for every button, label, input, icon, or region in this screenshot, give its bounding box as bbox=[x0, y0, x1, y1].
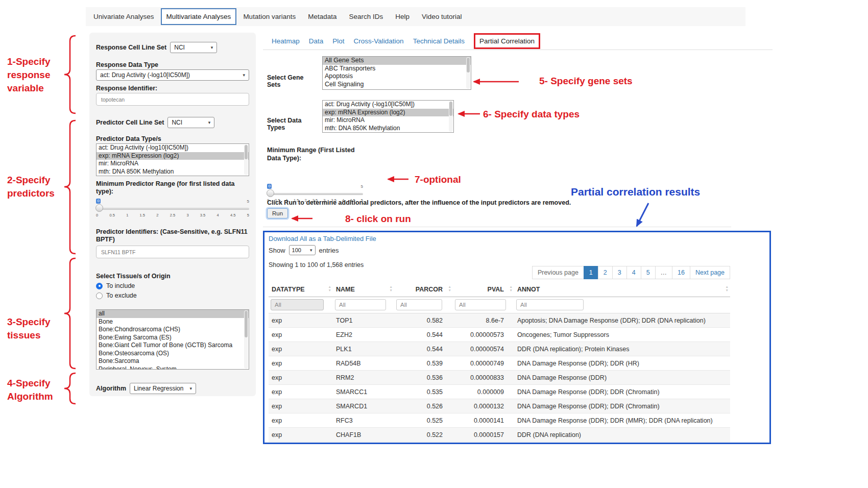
cell-name: RAD54B bbox=[333, 356, 394, 371]
cell-datatype: exp bbox=[269, 342, 333, 356]
algorithm-select[interactable]: Linear Regression ▾ bbox=[130, 383, 196, 394]
download-all-link[interactable]: Download All as a Tab-Delimited File bbox=[269, 235, 376, 242]
include-radio-row[interactable]: To include bbox=[96, 282, 249, 289]
section-divider bbox=[263, 227, 731, 227]
scrollbar-thumb[interactable] bbox=[449, 101, 453, 132]
cell-annot: DNA Damage Response (DDR); DDR (Chromati… bbox=[514, 385, 730, 399]
cell-datatype: exp bbox=[269, 328, 333, 342]
listbox-option-bone-chondrosarcoma-chs[interactable]: Bone:Chondrosarcoma (CHS) bbox=[97, 326, 249, 334]
listbox-option-all[interactable]: all bbox=[97, 310, 249, 318]
listbox-option-bone[interactable]: Bone bbox=[97, 318, 249, 326]
nav-item-metadata[interactable]: Metadata bbox=[302, 8, 342, 25]
page-size-row: Show 100 ▾ entries bbox=[269, 245, 339, 255]
radio-unselected-icon[interactable] bbox=[96, 292, 103, 299]
page-button-5[interactable]: 5 bbox=[641, 266, 656, 279]
response-identifier-input[interactable]: topotecan bbox=[96, 93, 249, 106]
predictor-range-slider[interactable]: 0 5 00.511.522.533.544.55 bbox=[96, 201, 249, 220]
response-identifier-label: Response Identifier: bbox=[96, 85, 249, 92]
listbox-option-mir-microrna[interactable]: mir: MicroRNA bbox=[323, 116, 453, 125]
filter-input-name[interactable]: All bbox=[335, 299, 386, 310]
response-data-type-select[interactable]: act: Drug Activity (-log10[IC50M]) ▾ bbox=[96, 69, 249, 81]
next-page-button[interactable]: Next page bbox=[690, 266, 730, 279]
filter-input-pval[interactable]: All bbox=[455, 299, 506, 310]
filter-input-parcor[interactable]: All bbox=[396, 299, 442, 310]
cell-name: SMARCD1 bbox=[333, 399, 394, 413]
tab-plot[interactable]: Plot bbox=[332, 37, 344, 45]
nav-item-mutation-variants[interactable]: Mutation variants bbox=[237, 8, 301, 25]
exclude-radio-label: To exclude bbox=[106, 292, 137, 299]
listbox-option-exp-mrna-expression-log2[interactable]: exp: mRNA Expression (log2) bbox=[97, 152, 249, 160]
scrollbar-thumb[interactable] bbox=[466, 57, 470, 89]
exclude-radio-row[interactable]: To exclude bbox=[96, 292, 249, 299]
scrollbar-thumb[interactable] bbox=[244, 144, 248, 175]
listbox-option-mir-microrna[interactable]: mir: MicroRNA bbox=[97, 160, 249, 168]
page-button-4[interactable]: 4 bbox=[626, 266, 641, 279]
gene-sets-listbox[interactable]: All Gene SetsABC TransportersApoptosisCe… bbox=[322, 56, 471, 90]
cell-pval: 8.6e-7 bbox=[453, 313, 514, 328]
show-label: Show bbox=[269, 247, 285, 254]
column-header-name[interactable]: NAME▲▼ bbox=[333, 282, 394, 297]
listbox-option-bone-sarcoma[interactable]: Bone:Sarcoma bbox=[97, 357, 249, 365]
cell-parcor: 0.522 bbox=[394, 428, 453, 442]
radio-selected-icon[interactable] bbox=[96, 283, 103, 289]
listbox-option-abc-transporters[interactable]: ABC Transporters bbox=[323, 65, 471, 73]
tissue-listbox[interactable]: allBoneBone:Chondrosarcoma (CHS)Bone:Ewi… bbox=[96, 309, 249, 370]
algorithm-row: Algorithm Linear Regression ▾ bbox=[96, 383, 249, 394]
tab-heatmap[interactable]: Heatmap bbox=[272, 37, 300, 45]
previous-page-button[interactable]: Previous page bbox=[532, 266, 584, 279]
filter-input-annot[interactable]: All bbox=[516, 299, 584, 310]
selected-value: NCI bbox=[172, 119, 182, 126]
selected-value: 100 bbox=[292, 247, 301, 253]
listbox-option-bone-giant-cell-tumor-of-bone-gctb-sarcoma[interactable]: Bone:Giant Cell Tumor of Bone (GCTB) Sar… bbox=[97, 341, 249, 350]
listbox-option-mth-dna-850k-methylation[interactable]: mth: DNA 850K Methylation bbox=[323, 125, 453, 133]
predictor-data-types-listbox[interactable]: act: Drug Activity (-log10[IC50M])exp: m… bbox=[96, 143, 249, 176]
tab-technical-details[interactable]: Technical Details bbox=[413, 37, 465, 45]
sort-icon: ▲▼ bbox=[726, 285, 729, 292]
listbox-option-exp-mrna-expression-log2[interactable]: exp: mRNA Expression (log2) bbox=[323, 109, 453, 117]
cell-datatype: exp bbox=[269, 313, 333, 328]
cell-name: EZH2 bbox=[333, 328, 394, 342]
page-size-select[interactable]: 100 ▾ bbox=[289, 245, 316, 255]
page-button-1[interactable]: 1 bbox=[584, 266, 598, 279]
column-header-annot[interactable]: ANNOT▲▼ bbox=[514, 282, 730, 297]
page-button-2[interactable]: 2 bbox=[598, 266, 613, 279]
listbox-option-cell-signaling[interactable]: Cell Signaling bbox=[323, 81, 471, 89]
results-table: DATATYPE▲▼NAME▲▼PARCOR▲▼PVAL▲▼ANNOT▲▼ Al… bbox=[269, 282, 730, 442]
nav-item-multivariate-analyses[interactable]: Multivariate Analyses bbox=[161, 8, 237, 25]
page-button-3[interactable]: 3 bbox=[612, 266, 627, 279]
nav-item-help[interactable]: Help bbox=[390, 8, 415, 25]
tab-partial-correlation[interactable]: Partial Correlation bbox=[474, 33, 540, 49]
listbox-option-peripheral-nervous-system[interactable]: Peripheral_Nervous_System bbox=[97, 365, 249, 370]
listbox-option-act-drug-activity-log10-ic50m[interactable]: act: Drug Activity (-log10[IC50M]) bbox=[97, 144, 249, 152]
listbox-option-apoptosis[interactable]: Apoptosis bbox=[323, 72, 471, 81]
data-types-listbox[interactable]: act: Drug Activity (-log10[IC50M])exp: m… bbox=[322, 100, 454, 133]
nav-item-video-tutorial[interactable]: Video tutorial bbox=[416, 8, 468, 25]
column-header-pval[interactable]: PVAL▲▼ bbox=[453, 282, 514, 297]
listbox-option-act-drug-activity-log10-ic50m[interactable]: act: Drug Activity (-log10[IC50M]) bbox=[323, 101, 453, 109]
filter-input-datatype[interactable]: All bbox=[271, 299, 324, 310]
slider-handle[interactable] bbox=[95, 204, 103, 212]
scrollbar-thumb[interactable] bbox=[244, 310, 248, 369]
listbox-option-bone-osteosarcoma-os[interactable]: Bone:Osteosarcoma (OS) bbox=[97, 350, 249, 358]
column-header-label: PVAL bbox=[488, 286, 504, 293]
response-cell-line-set-select[interactable]: NCI ▾ bbox=[170, 42, 217, 53]
listbox-option-bone-ewing-sarcoma-es[interactable]: Bone:Ewing Sarcoma (ES) bbox=[97, 334, 249, 342]
listbox-option-all-gene-sets[interactable]: All Gene Sets bbox=[323, 57, 471, 65]
slider-tick-label: 4 bbox=[217, 213, 219, 217]
gene-sets-row: Select Gene Sets All Gene SetsABC Transp… bbox=[267, 56, 471, 90]
run-button[interactable]: Run bbox=[267, 208, 288, 218]
predictor-identifiers-input[interactable]: SLFN11 BPTF bbox=[96, 246, 249, 258]
slider-tick-label: 0 bbox=[96, 213, 98, 217]
column-header-datatype[interactable]: DATATYPE▲▼ bbox=[269, 282, 333, 297]
predictor-cell-line-set-select[interactable]: NCI ▾ bbox=[167, 117, 214, 128]
sort-icon: ▲▼ bbox=[448, 285, 451, 292]
tab-data[interactable]: Data bbox=[309, 37, 324, 45]
slider-handle[interactable] bbox=[267, 189, 274, 197]
column-header-parcor[interactable]: PARCOR▲▼ bbox=[394, 282, 453, 297]
listbox-option-mth-dna-850k-methylation[interactable]: mth: DNA 850K Methylation bbox=[97, 168, 249, 176]
nav-item-search-ids[interactable]: Search IDs bbox=[343, 8, 389, 25]
nav-item-univariate-analyses[interactable]: Univariate Analyses bbox=[88, 8, 160, 25]
pagination: Previous page12345…16Next page bbox=[269, 266, 730, 279]
tab-cross-validation[interactable]: Cross-Validation bbox=[354, 37, 404, 45]
page-button-16[interactable]: 16 bbox=[672, 266, 690, 279]
